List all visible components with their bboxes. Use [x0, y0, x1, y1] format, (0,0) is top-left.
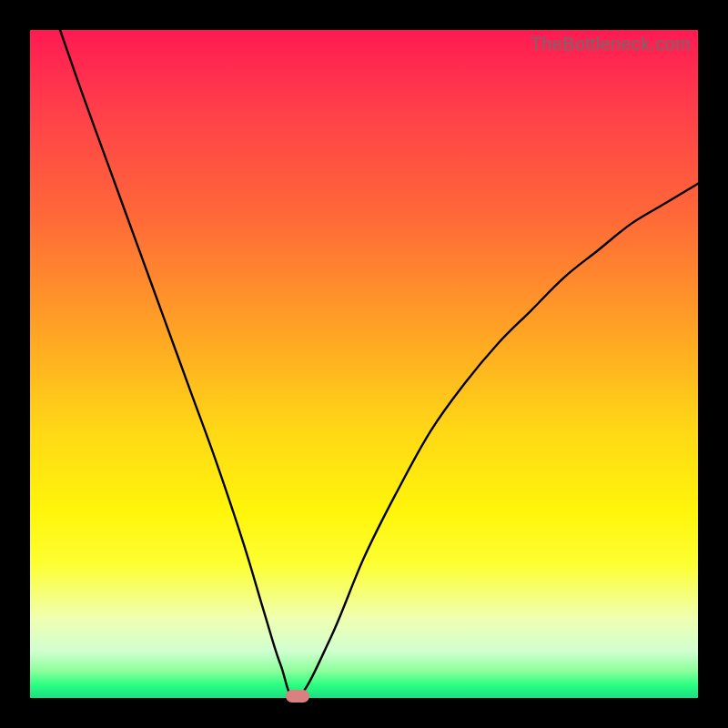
plot-area: TheBottleneck.com	[30, 30, 698, 698]
bottleneck-curve	[30, 30, 698, 698]
optimal-point-marker	[286, 690, 309, 703]
chart-container: TheBottleneck.com	[0, 0, 728, 728]
